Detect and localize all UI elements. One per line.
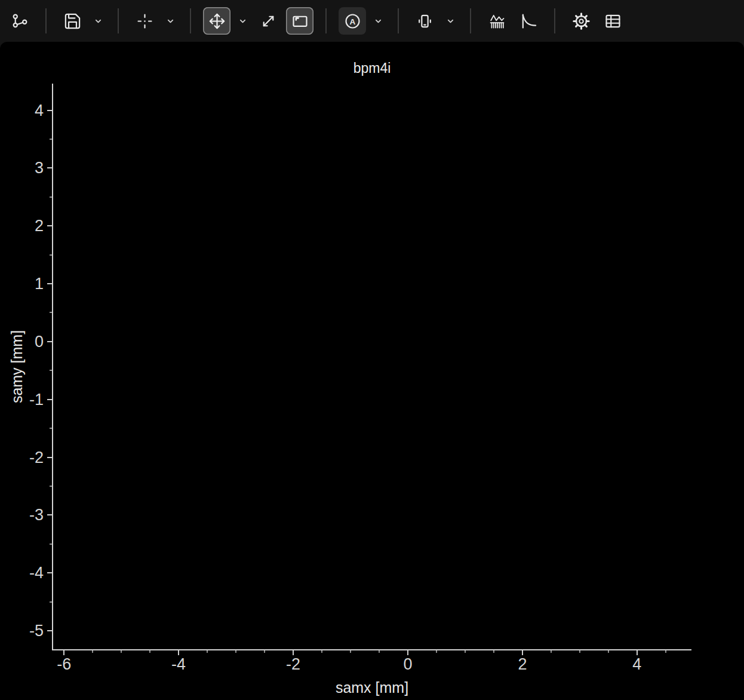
toolbar-separator xyxy=(325,8,327,33)
y-minor-tick xyxy=(50,139,52,140)
x-minor-tick xyxy=(665,650,666,653)
data-table-button[interactable] xyxy=(599,7,626,35)
x-major-tick xyxy=(63,650,64,655)
y-minor-tick xyxy=(50,254,52,256)
pan-mode-dropdown-button[interactable] xyxy=(235,7,250,35)
x-tick-label: -6 xyxy=(57,655,71,674)
x-minor-tick xyxy=(436,650,437,653)
y-tick-label: 2 xyxy=(35,217,44,235)
resize-button[interactable] xyxy=(254,7,282,35)
y-tick-label: 3 xyxy=(35,159,44,177)
y-tick-label: -1 xyxy=(29,390,44,409)
y-major-tick xyxy=(47,514,52,515)
x-major-tick xyxy=(522,650,523,655)
y-tick-label: 4 xyxy=(35,101,44,119)
y-minor-tick xyxy=(50,197,52,198)
y-major-tick xyxy=(47,167,52,168)
x-axis-label: samx [mm] xyxy=(53,679,691,696)
toolbar: A xyxy=(0,0,744,42)
y-major-tick xyxy=(47,572,52,573)
rectangle-select-icon xyxy=(291,12,309,30)
y-tick-label: -3 xyxy=(29,506,44,524)
crosshair-icon xyxy=(136,12,154,30)
x-major-tick xyxy=(637,650,638,655)
device-portrait-icon xyxy=(416,12,434,30)
x-minor-tick xyxy=(92,650,93,653)
node-graph-icon xyxy=(11,12,29,30)
x-major-tick xyxy=(407,650,408,655)
toolbar-separator xyxy=(470,8,471,33)
save-icon xyxy=(63,12,82,30)
x-minor-tick xyxy=(350,650,351,653)
y-major-tick xyxy=(47,630,52,631)
gear-icon xyxy=(572,12,591,30)
x-minor-tick xyxy=(321,650,322,653)
auto-range-button[interactable]: A xyxy=(339,7,366,35)
x-minor-tick xyxy=(493,650,494,653)
orientation-button[interactable] xyxy=(411,7,438,35)
zoom-rect-mode-button[interactable] xyxy=(286,7,313,35)
x-minor-tick xyxy=(608,650,609,653)
x-tick-label: -4 xyxy=(171,655,186,674)
pan-mode-button[interactable] xyxy=(203,7,230,35)
y-major-tick xyxy=(47,341,52,342)
toolbar-separator xyxy=(554,8,555,33)
y-minor-tick xyxy=(50,486,52,487)
y-major-tick xyxy=(47,110,52,111)
y-minor-tick xyxy=(50,601,52,603)
histogram-icon xyxy=(488,12,506,30)
x-minor-tick xyxy=(149,650,150,653)
y-tick-label: 1 xyxy=(35,275,44,293)
y-minor-tick xyxy=(50,370,52,371)
circled-a-icon: A xyxy=(343,12,362,30)
toolbar-separator xyxy=(118,8,119,33)
y-tick-label: -2 xyxy=(29,448,44,466)
y-minor-tick xyxy=(50,428,52,429)
x-major-tick xyxy=(293,650,294,655)
chevron-down-icon xyxy=(165,16,176,26)
y-major-tick xyxy=(47,399,52,400)
chevron-down-icon xyxy=(93,16,103,26)
x-tick-label: 4 xyxy=(632,655,641,674)
auto-range-dropdown-button[interactable] xyxy=(370,7,386,35)
chevron-down-icon xyxy=(238,16,248,26)
y-minor-tick xyxy=(50,544,52,545)
y-tick-label: 0 xyxy=(35,332,44,351)
x-minor-tick xyxy=(379,650,380,653)
plot-widget: bpm4i samy [mm] samx [mm] -6-4-202443210… xyxy=(0,42,744,700)
crosshair-dropdown-button[interactable] xyxy=(162,7,178,35)
x-tick-label: 2 xyxy=(518,655,527,674)
x-minor-tick xyxy=(579,650,580,653)
decay-curve-button[interactable] xyxy=(515,7,542,35)
x-minor-tick xyxy=(551,650,552,653)
x-minor-tick xyxy=(264,650,265,653)
settings-button[interactable] xyxy=(567,7,595,35)
y-axis-line xyxy=(52,84,53,650)
table-icon xyxy=(604,12,622,30)
plot-title: bpm4i xyxy=(0,60,744,76)
y-tick-label: -4 xyxy=(29,564,44,582)
x-major-tick xyxy=(178,650,179,655)
toolbar-separator xyxy=(190,8,191,33)
y-major-tick xyxy=(47,225,52,226)
y-tick-label: -5 xyxy=(29,622,44,640)
diagonal-arrow-icon xyxy=(259,12,278,30)
plot-area[interactable]: -6-4-202443210-1-2-3-4-5 xyxy=(53,84,691,650)
chevron-down-icon xyxy=(373,16,383,26)
move-icon xyxy=(208,12,226,30)
crosshair-button[interactable] xyxy=(131,7,158,35)
fft-button[interactable] xyxy=(483,7,511,35)
save-dropdown-button[interactable] xyxy=(90,7,106,35)
x-minor-tick xyxy=(207,650,208,653)
save-button[interactable] xyxy=(59,7,86,35)
x-tick-label: -2 xyxy=(286,655,300,674)
x-minor-tick xyxy=(121,650,122,653)
toolbar-separator xyxy=(45,8,47,33)
decay-curve-icon xyxy=(519,12,538,30)
node-graph-button[interactable] xyxy=(6,7,33,35)
y-axis-label: samy [mm] xyxy=(8,330,26,403)
x-minor-tick xyxy=(235,650,236,653)
orientation-dropdown-button[interactable] xyxy=(442,7,458,35)
x-axis-line xyxy=(52,649,691,650)
y-major-tick xyxy=(47,283,52,284)
